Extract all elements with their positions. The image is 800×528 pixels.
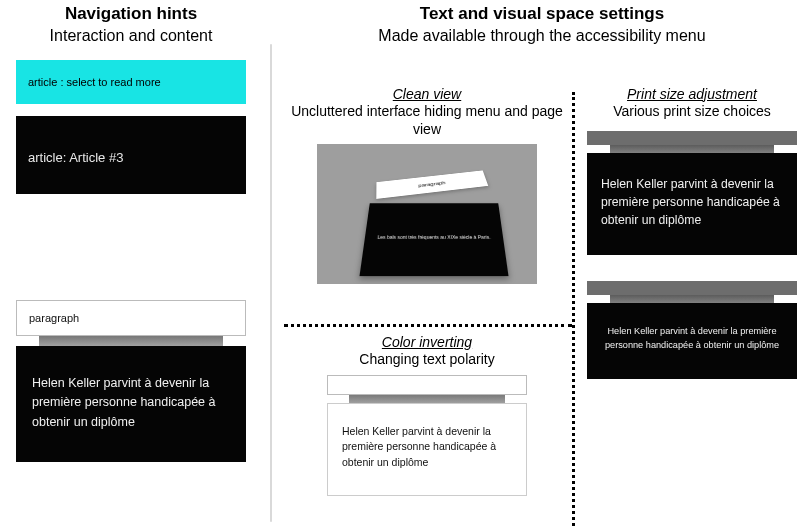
clean-view-mini-body: Les bals sont très fréquents au XIXe siè… <box>359 203 508 276</box>
clean-view-header: Clean view Uncluttered interface hiding … <box>284 86 570 139</box>
article-focused-label: article: Article #3 <box>28 150 123 165</box>
settings-grid: Clean view Uncluttered interface hiding … <box>284 86 800 528</box>
column-visual-settings: Text and visual space settings Made avai… <box>284 0 800 528</box>
ps-small-top-bar <box>587 281 797 295</box>
ps-small-text: Helen Keller parvint à devenir la premiè… <box>605 326 779 350</box>
print-size-header: Print size adjustment Various print size… <box>584 86 800 121</box>
color-inverting-title: Color inverting <box>382 334 472 350</box>
paragraph-label-bar: paragraph <box>16 300 246 336</box>
print-size-desc: Various print size choices <box>613 103 771 119</box>
paragraph-body-slab: Helen Keller parvint à devenir la premiè… <box>16 346 246 462</box>
paragraph-panel: paragraph Helen Keller parvint à devenir… <box>16 300 246 462</box>
article-focused-slab: article: Article #3 <box>16 116 246 194</box>
dotted-divider-vertical <box>572 92 575 528</box>
print-size-title: Print size adjustment <box>627 86 757 102</box>
invert-body-text: Helen Keller parvint à devenir la premiè… <box>342 425 496 469</box>
dotted-divider-horizontal <box>284 324 572 327</box>
cell-color-inverting: Color inverting Changing text polarity H… <box>284 334 570 496</box>
nav-hint-panel: article : select to read more article: A… <box>16 60 246 194</box>
clean-view-title: Clean view <box>393 86 461 102</box>
cell-print-size: Print size adjustment Various print size… <box>584 86 800 379</box>
color-inverting-desc: Changing text polarity <box>359 351 494 367</box>
nav-hints-title: Navigation hints <box>0 4 262 24</box>
visual-settings-header: Text and visual space settings Made avai… <box>284 0 800 46</box>
ps-large-text: Helen Keller parvint à devenir la premiè… <box>601 177 780 228</box>
ps-large-slab: Helen Keller parvint à devenir la premiè… <box>587 153 797 256</box>
ps-large-top-bar <box>587 131 797 145</box>
column-divider <box>270 44 272 522</box>
nav-hints-header: Navigation hints Interaction and content <box>0 0 262 46</box>
invert-top-bar <box>327 375 527 395</box>
invert-body-slab: Helen Keller parvint à devenir la premiè… <box>327 403 527 496</box>
clean-view-thumbnail: paragraph Les bals sont très fréquents a… <box>317 144 537 284</box>
print-size-thumb-small: Helen Keller parvint à devenir la premiè… <box>587 281 797 379</box>
cell-clean-view: Clean view Uncluttered interface hiding … <box>284 86 570 285</box>
visual-settings-title: Text and visual space settings <box>284 4 800 24</box>
color-inverting-thumbnail: Helen Keller parvint à devenir la premiè… <box>327 375 527 496</box>
article-select-hint-label: article : select to read more <box>28 76 161 88</box>
visual-settings-subtitle: Made available through the accessibility… <box>284 26 800 45</box>
clean-view-mini-label: paragraph <box>376 171 488 199</box>
figure-root: Navigation hints Interaction and content… <box>0 0 800 528</box>
color-inverting-header: Color inverting Changing text polarity <box>284 334 570 369</box>
nav-hints-subtitle: Interaction and content <box>0 26 262 45</box>
ps-small-slab: Helen Keller parvint à devenir la premiè… <box>587 303 797 379</box>
clean-view-desc: Uncluttered interface hiding menu and pa… <box>291 103 563 137</box>
print-size-thumb-large: Helen Keller parvint à devenir la premiè… <box>587 131 797 256</box>
paragraph-body-text: Helen Keller parvint à devenir la premiè… <box>32 376 215 429</box>
paragraph-label: paragraph <box>29 312 79 324</box>
column-navigation-hints: Navigation hints Interaction and content… <box>0 0 262 528</box>
article-select-hint: article : select to read more <box>16 60 246 104</box>
